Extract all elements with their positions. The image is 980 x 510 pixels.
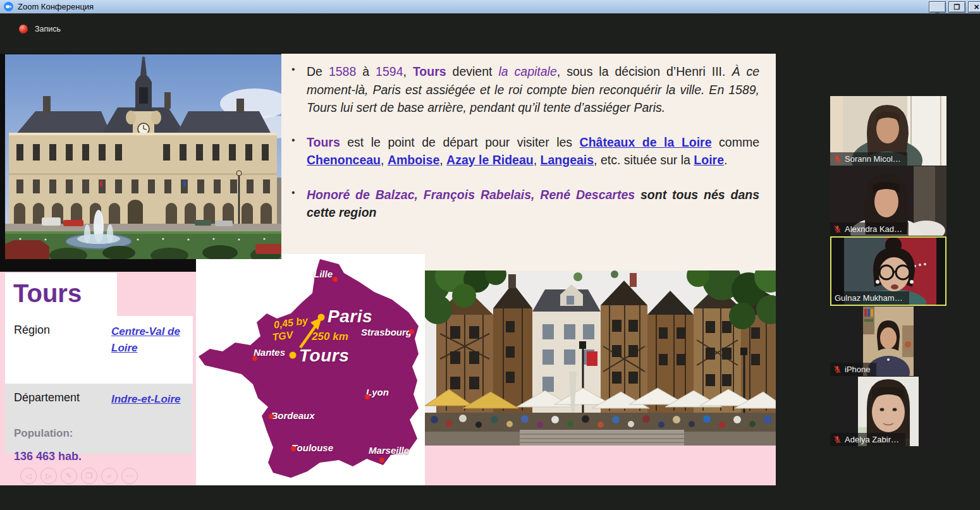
participant-name-tag: Alexndra Kad… [830, 222, 909, 236]
participant-name: Alexndra Kad… [845, 224, 902, 234]
mic-muted-icon [833, 435, 842, 444]
mic-muted-icon [833, 225, 842, 233]
participant-tile[interactable]: Alexndra Kad… [830, 166, 946, 236]
photo-tours-city-hall [5, 54, 281, 259]
map-dot-strasbourg [409, 329, 414, 334]
participant-tile[interactable]: iPhone [830, 307, 946, 376]
shared-screen-slide: • De 1588 à 1594, Tours devient la capit… [0, 54, 776, 485]
mic-muted-icon [833, 365, 842, 373]
map-city-toulouse: Toulouse [291, 442, 333, 453]
window-title: Zoom Конференция [18, 2, 94, 11]
map-dot-toulouse [291, 446, 296, 451]
text-run: , [381, 153, 388, 167]
magnifier-icon: ⌕ [101, 468, 118, 484]
participant-name-tag: Adelya Zabir… [830, 433, 905, 446]
map-city-nantes: Nantes [254, 347, 285, 358]
window-titlebar: Zoom Конференция _ ❐ ✕ [0, 0, 980, 14]
participant-tile-active-speaker[interactable]: Gulnaz Mukham… [830, 236, 946, 306]
record-dot-icon [19, 25, 28, 33]
more-options-icon: ⋯ [121, 468, 138, 484]
participant-name: Adelya Zabir… [845, 435, 899, 444]
tours-word: Tours [307, 135, 340, 149]
participant-name: Sorann Micol… [845, 154, 901, 164]
map-dot-marseille [379, 458, 384, 463]
bullet-celebrities: • Honoré de Balzac, François Rabelais, R… [291, 186, 759, 222]
link-amboise: Amboise [388, 153, 439, 167]
window-controls: _ ❐ ✕ [929, 1, 980, 13]
map-dot-lyon [365, 394, 370, 399]
participant-name: Gulnaz Mukham… [835, 293, 903, 303]
link-chateaux-de-la-loire: Châteaux de la Loire [580, 135, 712, 149]
participant-name-tag: Gulnaz Mukham… [831, 291, 909, 305]
tours-info-panel: Tours Région Centre-Val de Loire Départe… [0, 272, 196, 485]
link-azay-le-rideau: Azay le Rideau [446, 153, 534, 167]
participant-tile[interactable]: Sorann Micol… [830, 96, 946, 166]
previous-slide-icon: ◁ [20, 468, 37, 484]
departement-label: Département [5, 384, 111, 404]
france-map-panel: Lille Paris Strasbourg Nantes Tours Lyon… [196, 254, 425, 485]
participant-name-tag: Sorann Micol… [830, 152, 907, 166]
year-1588: 1588 [329, 64, 356, 78]
region-value-link: Centre-Val de Loire [111, 316, 193, 384]
text-run: , [439, 153, 446, 167]
link-chenonceau: Chenonceau [307, 153, 381, 167]
population-value: 136 463 hab. [5, 442, 111, 463]
next-slide-icon: ▷ [40, 468, 57, 484]
table-row-region: Région Centre-Val de Loire [5, 316, 193, 384]
map-city-lille: Lille [314, 269, 333, 279]
participant-name-tag: iPhone [830, 363, 876, 376]
tours-word: Tours [413, 64, 446, 78]
slide-text-panel: • De 1588 à 1594, Tours devient la capit… [281, 54, 776, 272]
map-dot-bordeaux [269, 414, 274, 419]
participant-name: iPhone [845, 365, 870, 374]
recording-indicator: Запись [19, 25, 61, 33]
text-run: , sous la décision d’Henri III. [557, 64, 732, 78]
bullet-marker: • [291, 186, 307, 222]
bullet-marker: • [291, 133, 307, 169]
bullet-chateaux: • Tours est le point de départ pour visi… [291, 133, 759, 169]
departement-value-link: Indre-et-Loire [111, 384, 193, 463]
slide-title: Tours [5, 273, 117, 316]
close-button[interactable]: ✕ [968, 1, 980, 13]
photo-place-plumereau [425, 270, 776, 446]
text-run: à [356, 64, 376, 78]
text-run: , [403, 64, 412, 78]
link-loire: Loire [694, 153, 724, 167]
slide-pink-strip [425, 446, 776, 485]
mic-muted-icon [833, 155, 842, 163]
map-dot-lille [333, 277, 338, 282]
bullet-marker: • [291, 63, 307, 117]
text-run: , [534, 153, 541, 167]
table-row-departement: Département Population: 136 463 hab. Ind… [5, 384, 193, 454]
map-city-marseille: Marseille [369, 445, 409, 456]
region-label: Région [5, 316, 111, 384]
year-1594: 1594 [376, 64, 403, 78]
bullet-history: • De 1588 à 1594, Tours devient la capit… [291, 63, 759, 117]
recording-label: Запись [35, 25, 61, 33]
famous-names: Honoré de Balzac, François Rabelais, Ren… [307, 188, 635, 202]
link-langeais: Langeais [541, 153, 594, 167]
minimize-button[interactable]: _ [929, 1, 946, 13]
map-dot-nantes [252, 356, 257, 361]
slide-panel-icon: ❐ [81, 468, 97, 484]
map-city-bordeaux: Bordeaux [271, 410, 314, 421]
map-tgv-arrow-icon [294, 316, 326, 353]
participant-video-strip: Sorann Micol… Alexndra Kad… [830, 96, 946, 447]
zoom-camera-icon [4, 2, 13, 11]
text-run: est le point de départ pour visiter les [340, 135, 580, 149]
restore-button[interactable]: ❐ [948, 1, 965, 13]
text-run: devient [446, 64, 499, 78]
text-run: , etc. située sur la [594, 153, 694, 167]
text-run: De [307, 64, 329, 78]
text-run: comme [712, 135, 759, 149]
map-city-paris: Paris [328, 307, 372, 327]
text-run: . [724, 153, 727, 167]
map-city-strasbourg: Strasbourg [361, 327, 412, 337]
presenter-toolbar: ◁ ▷ ✎ ❐ ⌕ ⋯ [20, 468, 138, 484]
map-dot-tours [290, 352, 297, 359]
participant-tile[interactable]: Adelya Zabir… [830, 377, 946, 446]
pen-icon: ✎ [61, 468, 77, 484]
capitale-word: la capitale [498, 64, 556, 78]
population-label: Population: [5, 420, 111, 440]
